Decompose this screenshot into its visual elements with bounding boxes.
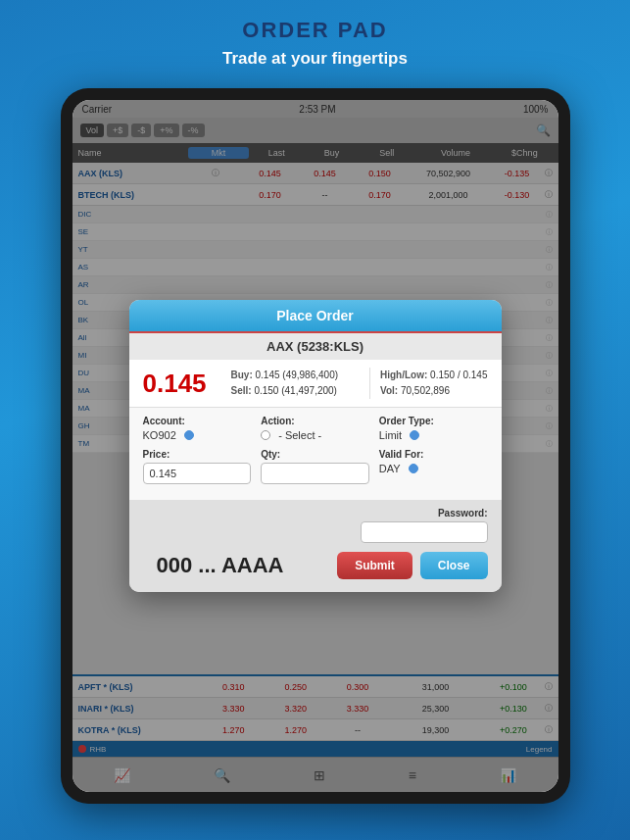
price-field: Price: (143, 449, 252, 484)
order-form: Account: KO902 Action: - Select - (129, 408, 502, 500)
hl-label: High/Low: (380, 370, 427, 380)
account-field: Account: KO902 (143, 416, 252, 441)
action-radio[interactable] (261, 430, 270, 440)
device-screen: Carrier 2:53 PM 100% Vol +$ -$ +% -% 🔍 N… (73, 100, 558, 792)
password-section: Password: (361, 508, 488, 543)
price-details: Buy: 0.145 (49,986,400) Sell: 0.150 (41,… (221, 368, 370, 399)
vol-line: Vol: 70,502,896 (380, 383, 488, 399)
account-value: KO902 (143, 429, 176, 441)
account-select-row: KO902 (143, 429, 252, 441)
action-field: Action: - Select - (261, 416, 369, 441)
submit-button[interactable]: Submit (337, 552, 412, 579)
valid-for-label: Valid For: (379, 449, 488, 460)
app-header: ORDER PAD Trade at your fingertips (0, 0, 630, 78)
valid-for-select-row: DAY (379, 463, 488, 474)
place-order-modal: Place Order AAX (5238:KLS) 0.145 Buy: 0.… (129, 300, 502, 592)
action-buttons: Submit Close (337, 552, 487, 579)
account-label: Account: (143, 416, 252, 426)
buy-label: Buy: (231, 370, 253, 380)
order-type-field: Order Type: Limit (379, 416, 488, 441)
action-label: Action: (261, 416, 369, 426)
valid-for-radio[interactable] (409, 464, 418, 473)
account-radio[interactable] (184, 430, 194, 440)
modal-title: Place Order (129, 300, 502, 333)
form-row-2: Price: Qty: Valid For: DAY (143, 449, 488, 484)
vol-label: Vol: (380, 385, 398, 396)
app-subtitle: Trade at your fingertips (0, 49, 630, 69)
action-value[interactable]: - Select - (278, 429, 321, 441)
device-frame: Carrier 2:53 PM 100% Vol +$ -$ +% -% 🔍 N… (61, 88, 570, 804)
sell-price-line: Sell: 0.150 (41,497,200) (231, 383, 370, 399)
price-row: 0.145 Buy: 0.145 (49,986,400) Sell: 0.15… (129, 360, 502, 408)
buy-value: 0.145 (49,986,400) (256, 370, 339, 380)
vol-value: 70,502,896 (401, 385, 450, 396)
app-title: ORDER PAD (0, 18, 630, 43)
sell-value: 0.150 (41,497,200) (254, 385, 337, 396)
buy-price-line: Buy: 0.145 (49,986,400) (231, 368, 370, 383)
qty-label: Qty: (261, 449, 369, 460)
order-type-select-row: Limit (379, 429, 488, 441)
valid-for-value: DAY (379, 463, 401, 474)
password-input[interactable] (361, 521, 488, 543)
mask-text: 000 ... AAAA (143, 549, 298, 582)
password-row: Password: (143, 508, 488, 543)
modal-ticker: AAX (5238:KLS) (129, 333, 502, 360)
big-price: 0.145 (143, 369, 221, 399)
modal-bottom: Password: 000 ... AAAA Submit Close (129, 500, 502, 592)
sell-label: Sell: (231, 385, 252, 396)
close-button[interactable]: Close (420, 552, 488, 579)
hl-line: High/Low: 0.150 / 0.145 (380, 368, 488, 383)
order-type-value: Limit (379, 429, 402, 441)
qty-input[interactable] (261, 463, 369, 484)
price-input[interactable] (143, 463, 252, 484)
hl-section: High/Low: 0.150 / 0.145 Vol: 70,502,896 (369, 368, 488, 399)
action-select-row: - Select - (261, 429, 369, 441)
qty-field: Qty: (261, 449, 369, 484)
bottom-actions-row: 000 ... AAAA Submit Close (143, 549, 488, 582)
modal-overlay: Place Order AAX (5238:KLS) 0.145 Buy: 0.… (73, 100, 558, 792)
valid-for-field: Valid For: DAY (379, 449, 488, 484)
price-label: Price: (143, 449, 252, 460)
password-label: Password: (361, 508, 488, 519)
order-type-label: Order Type: (379, 416, 488, 426)
order-type-radio[interactable] (410, 430, 419, 440)
hl-value: 0.150 / 0.145 (430, 370, 487, 380)
form-row-1: Account: KO902 Action: - Select - (143, 416, 488, 441)
